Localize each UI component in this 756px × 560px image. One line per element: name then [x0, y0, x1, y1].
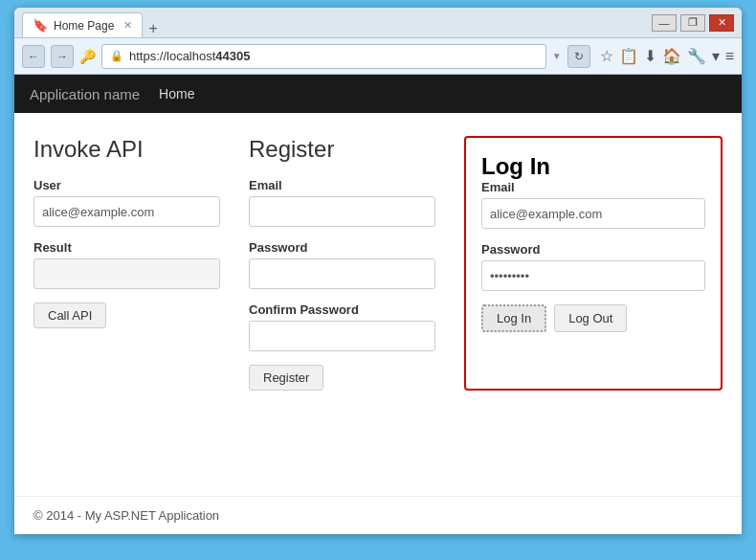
main-content: Invoke API User Result Call API Register… [14, 113, 742, 496]
register-email-label: Email [249, 178, 435, 192]
register-confirm-input[interactable] [249, 321, 435, 351]
star-icon[interactable]: ☆ [600, 47, 613, 65]
user-label: User [33, 178, 220, 192]
tab-title: Home Page [54, 19, 114, 33]
navbar: Application name Home [14, 75, 742, 113]
dropdown-icon[interactable]: ▾ [712, 47, 720, 65]
register-section: Register Email Password Confirm Password… [249, 136, 435, 391]
result-input [33, 258, 220, 289]
home-icon[interactable]: 🏠 [662, 47, 681, 65]
back-button[interactable]: ← [22, 45, 45, 68]
login-password-label: Password [481, 242, 705, 257]
login-email-group: Email [481, 180, 705, 229]
login-email-input[interactable] [481, 198, 705, 229]
new-tab-button[interactable]: + [143, 20, 163, 37]
call-api-button[interactable]: Call API [33, 302, 106, 328]
login-password-input[interactable] [481, 260, 705, 291]
menu-icon[interactable]: ≡ [725, 48, 734, 65]
register-confirm-group: Confirm Password [249, 302, 435, 351]
login-section: Log In Email Password Log In Log Out [464, 136, 723, 391]
login-button[interactable]: Log In [481, 304, 546, 332]
register-password-group: Password [249, 240, 435, 289]
tab-icon: 🔖 [33, 18, 48, 33]
refresh-button[interactable]: ↻ [567, 45, 590, 68]
register-email-input[interactable] [249, 196, 435, 227]
register-confirm-label: Confirm Password [249, 302, 435, 317]
title-bar: 🔖 Home Page ✕ + — ❐ ✕ [14, 8, 742, 38]
minimize-button[interactable]: — [652, 14, 677, 32]
login-title: Log In [481, 153, 705, 180]
close-button[interactable]: ✕ [709, 14, 734, 32]
feed-icon[interactable]: 🔧 [687, 47, 706, 65]
toolbar-icons: ☆ 📋 ⬇ 🏠 🔧 ▾ ≡ [600, 47, 734, 65]
tab-area: 🔖 Home Page ✕ + [22, 8, 164, 37]
key-icon: 🔑 [79, 49, 96, 64]
download-icon[interactable]: ⬇ [644, 47, 656, 65]
register-password-label: Password [249, 240, 435, 255]
url-input[interactable]: 🔒 https://localhost44305 [101, 44, 546, 69]
result-label: Result [33, 240, 220, 255]
url-text: https://localhost44305 [129, 49, 250, 63]
register-button[interactable]: Register [249, 365, 323, 391]
footer-text: © 2014 - My ASP.NET Application [33, 508, 219, 523]
login-btn-group: Log In Log Out [481, 304, 705, 332]
nav-brand: Application name [30, 86, 140, 102]
nav-home-link[interactable]: Home [159, 86, 194, 101]
active-tab[interactable]: 🔖 Home Page ✕ [22, 12, 143, 37]
user-group: User [33, 178, 220, 227]
invoke-api-title: Invoke API [33, 136, 220, 163]
restore-button[interactable]: ❐ [680, 14, 705, 32]
user-input[interactable] [33, 196, 220, 227]
register-title: Register [249, 136, 435, 163]
footer: © 2014 - My ASP.NET Application [14, 496, 742, 534]
browser-window: 🔖 Home Page ✕ + — ❐ ✕ ← → 🔑 🔒 https://lo… [14, 8, 742, 534]
clipboard-icon[interactable]: 📋 [619, 47, 638, 65]
login-password-group: Password [481, 242, 705, 291]
forward-button[interactable]: → [51, 45, 74, 68]
register-password-input[interactable] [249, 258, 435, 289]
result-group: Result [33, 240, 220, 289]
logout-button[interactable]: Log Out [554, 304, 627, 332]
login-email-label: Email [481, 180, 705, 194]
window-controls: — ❐ ✕ [652, 14, 734, 32]
address-bar: ← → 🔑 🔒 https://localhost44305 ▼ ↻ ☆ 📋 ⬇… [14, 38, 742, 75]
tab-close-btn[interactable]: ✕ [123, 19, 132, 32]
lock-icon: 🔒 [110, 50, 123, 62]
invoke-api-section: Invoke API User Result Call API [33, 136, 220, 391]
register-email-group: Email [249, 178, 435, 227]
sections-container: Invoke API User Result Call API Register… [33, 136, 723, 391]
url-dropdown-icon[interactable]: ▼ [552, 51, 562, 61]
